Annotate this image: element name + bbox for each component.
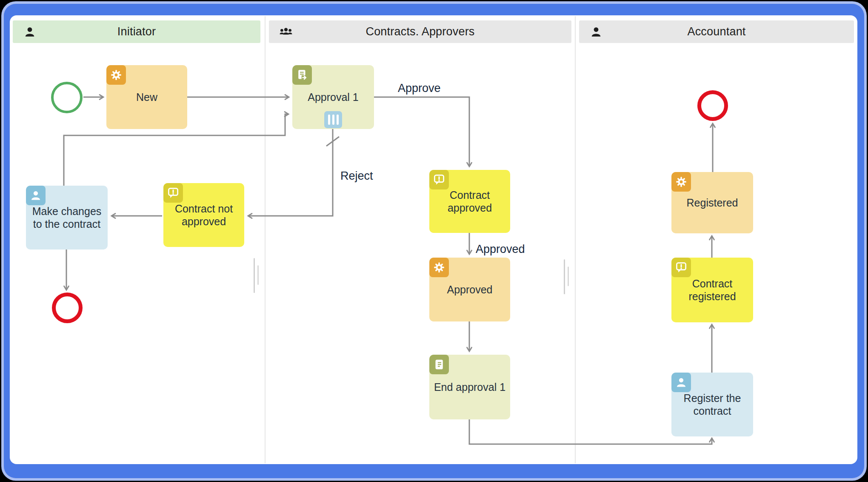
node-label: Approval 1: [305, 91, 361, 104]
node-label: Contract not approved: [163, 202, 244, 228]
comment-icon: [163, 183, 183, 203]
status-node-contract-not-approved[interactable]: Contract not approved: [163, 183, 244, 247]
parallel-tasks-icon: [324, 111, 342, 128]
comment-icon: [671, 258, 691, 277]
comment-icon: [429, 170, 449, 189]
node-label: Approved: [444, 283, 495, 296]
end-event-circle-initiator[interactable]: [52, 293, 83, 323]
status-node-contract-approved[interactable]: Contract approved: [429, 170, 510, 233]
flow-label-reject[interactable]: Reject: [340, 169, 373, 183]
flow-label-approve[interactable]: Approve: [398, 82, 441, 95]
flow-label-approved[interactable]: Approved: [476, 243, 525, 256]
user-icon: [671, 373, 691, 392]
task-node-new[interactable]: New: [106, 65, 187, 129]
user-icon: [26, 186, 46, 205]
gear-icon: [106, 65, 126, 85]
node-label: Register the contract: [671, 392, 753, 418]
flow-reject[interactable]: [248, 129, 333, 216]
end-event-circle-accountant[interactable]: [697, 90, 728, 121]
node-label: Contract approved: [429, 189, 510, 215]
task-node-register-contract[interactable]: Register the contract: [671, 373, 753, 436]
script-icon: [429, 355, 449, 374]
node-label: End approval 1: [431, 381, 508, 394]
node-label: Make changes to the contract: [26, 205, 108, 231]
flow-approve[interactable]: [374, 97, 469, 166]
gear-icon: [671, 172, 691, 192]
node-label: Registered: [684, 196, 741, 209]
status-node-approved[interactable]: Approved: [429, 258, 510, 321]
status-node-contract-registered[interactable]: Contract registered: [671, 258, 753, 322]
gear-icon: [429, 258, 449, 277]
start-event-circle[interactable]: [51, 82, 83, 113]
node-label: Contract registered: [671, 277, 753, 303]
task-node-approval-1[interactable]: Approval 1: [292, 65, 374, 129]
node-label: New: [134, 91, 160, 104]
diagram-stage: Initiator Contracts. Approvers Accountan…: [0, 0, 868, 482]
document-forward-icon: [292, 65, 312, 85]
task-node-make-changes[interactable]: Make changes to the contract: [26, 186, 108, 250]
task-node-end-approval-1[interactable]: End approval 1: [429, 355, 510, 419]
status-node-registered[interactable]: Registered: [671, 172, 753, 233]
